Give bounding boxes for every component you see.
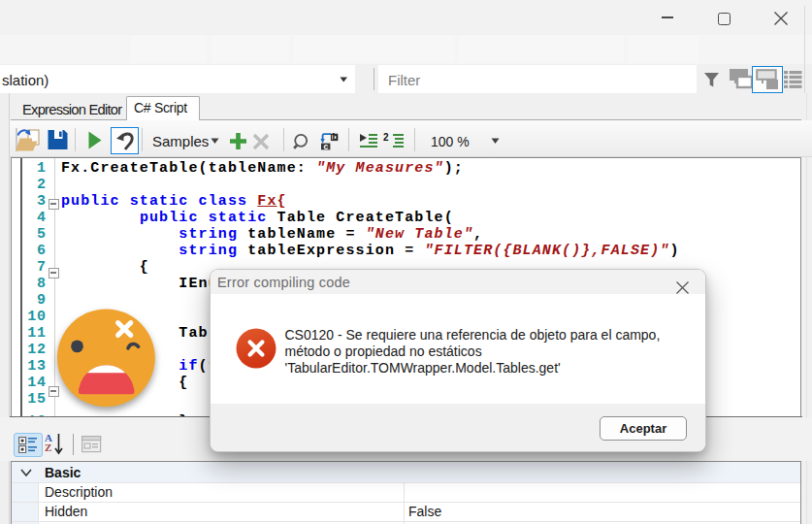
svg-text:2: 2	[383, 132, 389, 143]
svg-text:c: c	[323, 142, 328, 151]
svg-text:b: b	[332, 131, 338, 142]
